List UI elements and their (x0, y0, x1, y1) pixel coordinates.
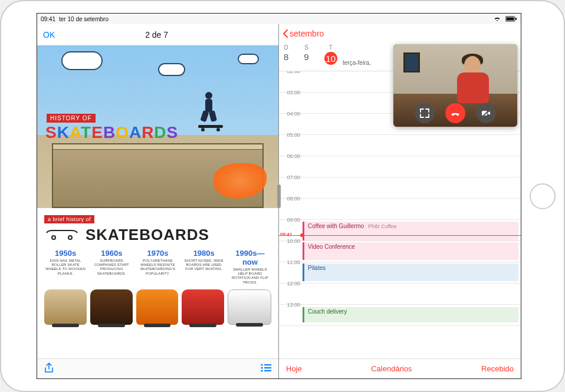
decades-row: 1950sKIDS NAIL METAL ROLLER SKATE WHEELS… (44, 249, 271, 285)
infographic: a brief history of SKATEBOARDS 1950sKIDS… (37, 208, 278, 358)
home-button[interactable] (530, 183, 556, 209)
event-title: Pilates (308, 265, 326, 271)
hangup-icon (450, 108, 461, 118)
pip-hangup-button[interactable] (445, 103, 465, 123)
event-coffee[interactable]: Coffee with Guillermo Philz Coffee (303, 222, 518, 241)
hour-label: 06:00 (279, 153, 303, 174)
pip-person (454, 54, 495, 107)
battery-icon (505, 16, 517, 22)
decade-col: 1950sKIDS NAIL METAL ROLLER SKATE WHEELS… (44, 249, 87, 285)
status-bar: 09:41 ter 10 de setembro (37, 14, 521, 24)
svg-rect-6 (209, 110, 217, 122)
split-view: OK 2 de 7 HISTORY OF (37, 24, 521, 378)
svg-point-9 (216, 128, 220, 131)
decade-col: 1990s—nowSMALLER WHEELS HELP BOARD ROTAT… (229, 249, 271, 285)
chevron-left-icon (282, 29, 288, 38)
board-graphic (228, 289, 271, 325)
decade-col: 1960sSURFBOARD COMPANIES START PRODUCING… (90, 249, 133, 285)
svg-point-14 (261, 367, 262, 368)
board-graphic (90, 289, 133, 325)
svg-rect-17 (264, 370, 271, 371)
hour-label: 13:00 (279, 302, 303, 322)
ok-button[interactable]: OK (43, 30, 55, 39)
split-handle[interactable] (277, 185, 281, 208)
wifi-icon (494, 16, 501, 22)
infographic-title: SKATEBOARDS (86, 226, 209, 244)
day-col[interactable]: S9 (304, 43, 308, 62)
svg-point-12 (261, 364, 262, 365)
skater-graphic (196, 91, 225, 132)
hero-badge: HISTORY OF (47, 114, 96, 123)
share-button[interactable] (44, 363, 54, 375)
status-date: ter 10 de setembro (59, 16, 109, 22)
ipad-frame: 09:41 ter 10 de setembro OK 2 de 7 (0, 0, 565, 392)
event-video[interactable]: Video Conference (303, 242, 518, 260)
pip-fullscreen-button[interactable] (415, 103, 435, 123)
pip-camera-off-button[interactable] (476, 103, 496, 123)
event-title: Couch delivery (308, 308, 347, 315)
fullscreen-icon (419, 108, 430, 118)
hour-label: 05:00 (279, 132, 303, 153)
cloud-icon (61, 51, 103, 70)
hour-label: 02:00 (279, 71, 303, 89)
event-couch[interactable]: Couch delivery (303, 307, 518, 322)
pip-controls (393, 103, 517, 123)
board-graphic (182, 289, 224, 325)
svg-point-16 (261, 370, 262, 371)
photos-header: OK 2 de 7 (37, 24, 278, 45)
brief-badge: a brief history of (44, 215, 94, 223)
svg-point-3 (205, 92, 212, 99)
back-button[interactable]: setembro (282, 29, 324, 38)
hour-label: 04:00 (279, 111, 303, 131)
inbox-button[interactable]: Recebido (481, 364, 514, 373)
svg-point-10 (52, 236, 55, 239)
now-indicator-line (279, 235, 521, 236)
today-button[interactable]: Hoje (286, 364, 302, 373)
photo-content[interactable]: HISTORY OF SKATEBOARDS a brief history o… (37, 45, 278, 358)
pip-frame-art (403, 52, 420, 73)
day-col-today[interactable]: T10 (324, 43, 337, 65)
hero-image: HISTORY OF SKATEBOARDS (37, 45, 278, 208)
svg-rect-4 (205, 99, 212, 112)
hour-label: 10:00 (279, 238, 303, 259)
calendar-pane: setembro D8 S9 T10 terça-feira, 02:00 03… (279, 24, 521, 378)
event-title: Video Conference (308, 243, 355, 250)
hour-label: 03:00 (279, 90, 303, 110)
svg-rect-15 (264, 367, 271, 368)
photos-pane: OK 2 de 7 HISTORY OF (37, 24, 279, 378)
photo-counter: 2 de 7 (145, 30, 168, 39)
day-col[interactable]: D8 (284, 43, 288, 62)
boards-row (44, 289, 271, 325)
now-time-label: 09:41 (280, 232, 292, 237)
svg-point-8 (201, 128, 205, 131)
back-label: setembro (290, 29, 324, 38)
svg-rect-7 (198, 125, 223, 128)
skateboard-icon (44, 227, 80, 243)
event-location: Philz Coffee (368, 223, 396, 229)
board-graphic (44, 289, 87, 325)
weekday-label: terça-feira, (343, 60, 371, 66)
decade-col: 1970sPOLYURETHANE WHEELS REIGNITE SKATEB… (136, 249, 179, 285)
event-title: Coffee with Guillermo (308, 223, 364, 229)
calendars-button[interactable]: Calendários (371, 364, 412, 373)
now-indicator-dot (300, 233, 304, 237)
hour-label: 11:00 (279, 259, 303, 280)
list-button[interactable] (261, 364, 271, 374)
event-pilates[interactable]: Pilates (303, 263, 518, 281)
screen: 09:41 ter 10 de setembro OK 2 de 7 (37, 13, 521, 379)
svg-rect-1 (507, 18, 514, 21)
hero-title: SKATEBOARDS (45, 123, 178, 142)
calendar-footer: Hoje Calendários Recebido (279, 358, 521, 378)
board-graphic (136, 289, 179, 325)
cloud-icon (238, 54, 259, 64)
svg-rect-13 (264, 364, 271, 365)
hour-label: 12:00 (279, 281, 303, 301)
svg-point-11 (68, 236, 72, 239)
svg-rect-2 (515, 18, 517, 20)
camera-off-icon (481, 108, 491, 118)
hour-label: 07:00 (279, 174, 303, 195)
svg-rect-5 (200, 110, 209, 122)
facetime-pip[interactable] (393, 44, 517, 127)
decade-col: 1980sSHORT-NOSED, WIDE BOARDS ARE USED F… (183, 249, 225, 285)
hour-label: 08:00 (279, 196, 303, 216)
